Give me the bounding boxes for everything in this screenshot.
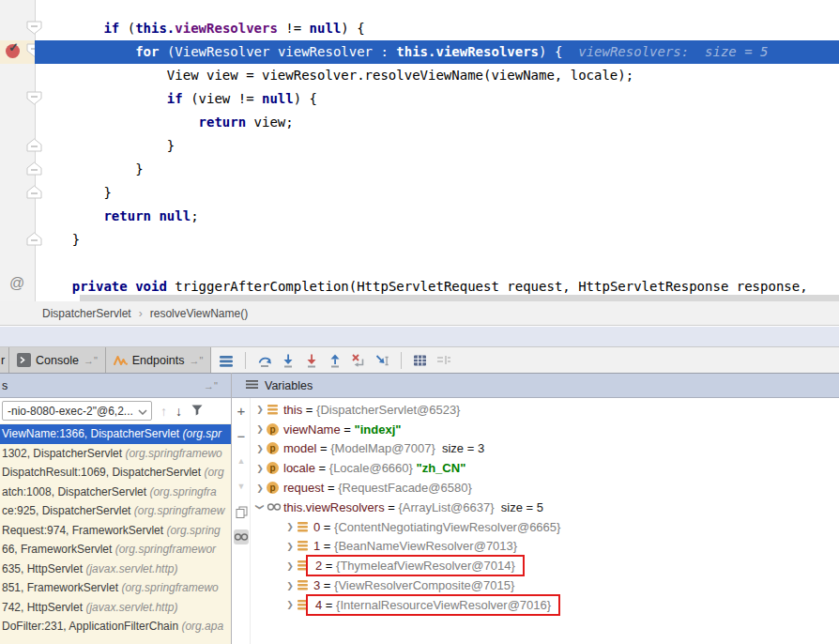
move-down-button[interactable]: ▼ — [234, 479, 249, 494]
variable-row[interactable]: ❯4 = {InternalResourceViewResolver@7016} — [252, 595, 839, 615]
tab-endpoints[interactable]: Endpoints →" — [106, 347, 212, 373]
variable-row[interactable]: ❯2 = {ThymeleafViewResolver@7014} — [252, 556, 839, 575]
force-step-into-icon[interactable] — [304, 353, 319, 368]
tab-console[interactable]: Console →" — [9, 347, 106, 373]
frame-row[interactable]: DoFilter:231, ApplicationFilterChain (or… — [0, 617, 231, 636]
tab-pin-icon: →" — [189, 355, 203, 366]
variable-value: {ModelMap@7007} — [330, 441, 435, 455]
variable-row[interactable]: ❯prequest = {RequestFacade@6580} — [252, 478, 839, 498]
chevron-right-icon[interactable]: ❯ — [283, 600, 297, 609]
variable-row[interactable]: ❯1 = {BeanNameViewResolver@7013} — [252, 537, 839, 557]
frame-row[interactable]: ce:925, DispatcherServlet (org.springfra… — [0, 501, 231, 521]
chevron-down-icon[interactable]: ❯ — [255, 500, 265, 514]
settings-menu-icon[interactable] — [219, 353, 234, 368]
duplicate-watch-button[interactable] — [234, 504, 249, 519]
code-line[interactable]: } — [35, 134, 839, 158]
breadcrumb-method[interactable]: resolveViewName() — [150, 307, 248, 320]
step-out-icon[interactable] — [328, 353, 343, 368]
add-watch-button[interactable]: + — [234, 403, 249, 418]
frame-row[interactable]: atch:1008, DispatcherServlet (org.spring… — [0, 483, 231, 502]
code-line[interactable]: } — [35, 228, 839, 252]
code-line[interactable]: View view = viewResolver.resolveViewName… — [35, 64, 839, 87]
variable-name: request — [283, 481, 324, 495]
chevron-right-icon[interactable]: ❯ — [283, 542, 297, 551]
move-up-button[interactable]: ▲ — [234, 453, 249, 468]
frame-location: 742, HttpServlet — [2, 601, 85, 614]
code-editor: ✓ @ if (this.viewResolvers != null) { fo… — [0, 0, 839, 301]
breadcrumb-class[interactable]: DispatcherServlet — [42, 307, 131, 320]
chevron-right-icon[interactable]: ❯ — [283, 561, 297, 571]
frame-location: atch:1008, DispatcherServlet — [2, 485, 149, 498]
breadcrumb: DispatcherServlet › resolveViewName() — [0, 301, 839, 326]
debug-tab-bar: r Console →" Endpoints →" — [0, 347, 839, 374]
execution-line[interactable]: for (ViewResolver viewResolver : this.vi… — [35, 40, 839, 64]
code-line[interactable]: } — [35, 158, 839, 181]
variable-value: {RequestFacade@6580} — [338, 481, 472, 495]
chevron-right-icon[interactable]: ❯ — [253, 405, 267, 414]
frame-row[interactable]: 66, FrameworkServlet (org.springframewor — [0, 540, 231, 560]
frame-row[interactable]: 1302, DispatcherServlet (org.springframe… — [0, 444, 231, 464]
frame-row[interactable]: 851, FrameworkServlet (org.springframewo — [0, 578, 231, 598]
chevron-right-icon[interactable]: ❯ — [283, 522, 297, 531]
chevron-right-icon[interactable]: ❯ — [253, 424, 267, 434]
down-arrow-icon[interactable]: ↓ — [175, 404, 182, 419]
drop-frame-icon[interactable] — [351, 353, 366, 368]
chevron-right-icon[interactable]: ❯ — [253, 464, 267, 473]
code-line[interactable]: return view; — [35, 111, 839, 134]
chevron-right-icon[interactable]: ❯ — [283, 581, 297, 590]
tool-window-headers: s →" Variables — [0, 373, 839, 398]
variable-row[interactable]: ❯plocale = {Locale@6660} "zh_CN" — [252, 458, 839, 478]
chevron-right-icon[interactable]: ❯ — [253, 444, 267, 453]
equals-sign: = — [341, 422, 355, 437]
variable-value: size = 3 — [435, 441, 484, 455]
equals-sign: = — [302, 403, 316, 417]
up-arrow-icon[interactable]: ↑ — [160, 404, 167, 419]
frame-location: DoFilter:231, ApplicationFilterChain — [2, 620, 181, 633]
thread-selector[interactable]: -nio-8080-exec-2"@6,2... — [2, 401, 152, 421]
debug-step-toolbar — [211, 347, 451, 373]
variable-row[interactable]: ❯3 = {ViewResolverComposite@7015} — [252, 575, 839, 595]
frame-row[interactable]: 635, HttpServlet (javax.servlet.http) — [0, 560, 231, 579]
step-over-icon[interactable] — [257, 353, 272, 368]
code-line[interactable]: if (this.viewResolvers != null) { — [35, 17, 839, 40]
frame-location: DispatchResult:1069, DispatcherServlet — [2, 466, 204, 479]
frames-panel: -nio-8080-exec-2"@6,2... ↑ ↓ ViewName:13… — [0, 398, 231, 644]
code-line[interactable] — [35, 252, 839, 275]
variable-row[interactable]: ❯pmodel = {ModelMap@7007} size = 3 — [252, 439, 839, 459]
tab-debugger-partial[interactable]: r — [0, 347, 9, 373]
equals-sign: = — [315, 461, 329, 475]
code-line[interactable]: return null; — [35, 205, 839, 228]
evaluate-grid-icon[interactable] — [413, 353, 428, 368]
equals-sign: = — [322, 598, 336, 612]
layout-settings-icon[interactable] — [436, 353, 451, 368]
frame-location: 635, HttpServlet — [2, 562, 85, 575]
code-line[interactable]: if (view != null) { — [35, 87, 839, 111]
variable-value: {ContentNegotiatingViewResolver@6665} — [334, 520, 560, 534]
toolbar-separator — [245, 352, 246, 369]
chevron-right-icon[interactable]: ❯ — [253, 483, 267, 493]
frame-row[interactable]: ViewName:1366, DispatcherServlet (org.sp… — [0, 424, 231, 444]
frame-row[interactable]: Request:974, FrameworkServlet (org.sprin… — [0, 521, 231, 541]
variable-row[interactable]: ❯this = {DispatcherServlet@6523} — [252, 400, 839, 420]
variable-row[interactable]: ❯pviewName = "indexj" — [252, 420, 839, 439]
filter-icon[interactable] — [191, 404, 204, 419]
step-into-icon[interactable] — [281, 353, 296, 368]
remove-watch-button[interactable]: − — [234, 428, 249, 443]
variable-name: this.viewResolvers — [283, 500, 385, 514]
variable-value: "indexj" — [355, 422, 402, 437]
variables-title: Variables — [265, 379, 313, 392]
frame-package: (javax.servlet.http) — [85, 562, 177, 575]
variables-menu-icon[interactable] — [246, 379, 258, 392]
frame-row[interactable]: 742, HttpServlet (javax.servlet.http) — [0, 598, 231, 618]
tab-endpoints-label: Endpoints — [132, 354, 185, 367]
thread-selector-row: -nio-8080-exec-2"@6,2... ↑ ↓ — [0, 398, 231, 423]
code-line[interactable]: } — [35, 181, 839, 205]
frame-row[interactable]: DispatchResult:1069, DispatcherServlet (… — [0, 463, 231, 483]
run-to-cursor-icon[interactable] — [374, 353, 389, 368]
breakpoint-icon[interactable]: ✓ — [6, 44, 20, 58]
variable-row[interactable]: ❯0 = {ContentNegotiatingViewResolver@666… — [252, 517, 839, 537]
variable-row[interactable]: ❯this.viewResolvers = {ArrayList@6637} s… — [252, 498, 839, 517]
show-watches-glasses-button[interactable] — [234, 529, 249, 544]
panel-splitter[interactable] — [231, 373, 232, 644]
clipped-next-line — [80, 295, 839, 301]
